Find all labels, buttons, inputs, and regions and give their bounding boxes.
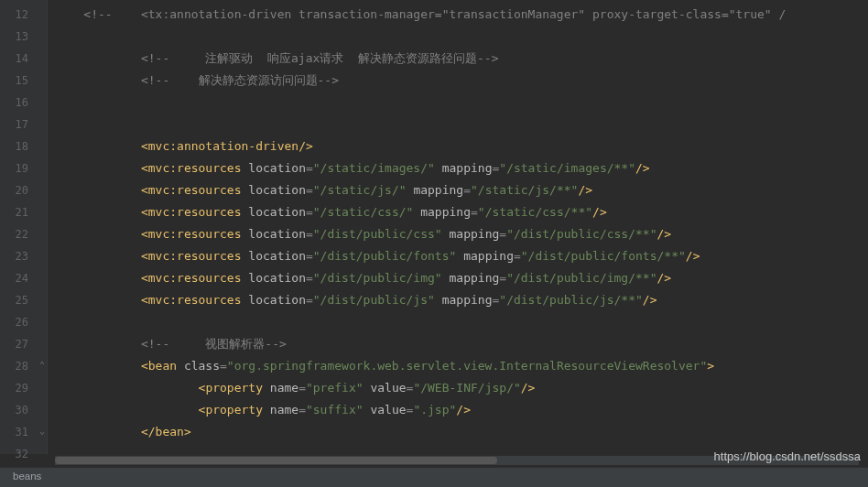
breadcrumb-item[interactable]: beans bbox=[13, 471, 41, 482]
code-line[interactable]: <!-- 解决静态资源访问问题--> bbox=[48, 70, 868, 92]
line-number: 19 bbox=[0, 157, 47, 179]
scroll-thumb[interactable] bbox=[55, 457, 497, 464]
line-number: 16 bbox=[0, 92, 47, 114]
code-line[interactable]: <!-- <tx:annotation-driven transaction-m… bbox=[48, 4, 868, 26]
code-area[interactable]: <!-- <tx:annotation-driven transaction-m… bbox=[48, 0, 868, 454]
line-number: 20 bbox=[0, 179, 47, 201]
line-number: 15 bbox=[0, 70, 47, 92]
code-line[interactable]: <mvc:resources location="/dist/public/cs… bbox=[48, 223, 868, 245]
code-line[interactable] bbox=[48, 26, 868, 48]
code-line[interactable]: <mvc:resources location="/dist/public/im… bbox=[48, 267, 868, 289]
code-line[interactable]: <mvc:resources location="/dist/public/js… bbox=[48, 289, 868, 311]
watermark-text: https://blog.csdn.net/ssdssa bbox=[714, 449, 861, 463]
line-number: 27 bbox=[0, 333, 47, 355]
line-number: 26 bbox=[0, 311, 47, 333]
line-number: 14 bbox=[0, 48, 47, 70]
code-line[interactable]: </bean> bbox=[48, 421, 868, 443]
code-line[interactable] bbox=[48, 92, 868, 114]
line-number: 25 bbox=[0, 289, 47, 311]
code-editor[interactable]: 1213141516171819202122232425262728⌃29303… bbox=[0, 0, 868, 454]
code-line[interactable]: <mvc:resources location="/static/js/" ma… bbox=[48, 179, 868, 201]
code-line[interactable]: <bean class="org.springframework.web.ser… bbox=[48, 355, 868, 377]
fold-marker-icon[interactable]: ⌃ bbox=[36, 361, 45, 370]
breadcrumb-bar[interactable]: beans bbox=[0, 467, 868, 487]
code-line[interactable] bbox=[48, 114, 868, 135]
line-number: 22 bbox=[0, 223, 47, 245]
line-number: 21 bbox=[0, 201, 47, 223]
code-line[interactable]: <mvc:annotation-driven/> bbox=[48, 135, 868, 157]
line-number: 28⌃ bbox=[0, 355, 47, 377]
code-line[interactable]: <mvc:resources location="/static/images/… bbox=[48, 157, 868, 179]
line-number-gutter: 1213141516171819202122232425262728⌃29303… bbox=[0, 0, 48, 454]
line-number: 32 bbox=[0, 443, 47, 465]
code-line[interactable] bbox=[48, 311, 868, 333]
code-line[interactable]: <!-- 视图解析器--> bbox=[48, 333, 868, 355]
code-line[interactable]: <!-- 注解驱动 响应ajax请求 解决静态资源路径问题--> bbox=[48, 48, 868, 70]
fold-marker-icon[interactable]: ⌄ bbox=[36, 427, 45, 436]
line-number: 24 bbox=[0, 267, 47, 289]
line-number: 18 bbox=[0, 135, 47, 157]
code-line[interactable]: <property name="suffix" value=".jsp"/> bbox=[48, 399, 868, 421]
line-number: 12 bbox=[0, 4, 47, 26]
code-line[interactable]: <property name="prefix" value="/WEB-INF/… bbox=[48, 377, 868, 399]
line-number: 30 bbox=[0, 399, 47, 421]
line-number: 31⌄ bbox=[0, 421, 47, 443]
code-line[interactable]: <mvc:resources location="/dist/public/fo… bbox=[48, 245, 868, 267]
line-number: 17 bbox=[0, 114, 47, 135]
line-number: 29 bbox=[0, 377, 47, 399]
line-number: 13 bbox=[0, 26, 47, 48]
code-line[interactable]: <mvc:resources location="/static/css/" m… bbox=[48, 201, 868, 223]
line-number: 23 bbox=[0, 245, 47, 267]
